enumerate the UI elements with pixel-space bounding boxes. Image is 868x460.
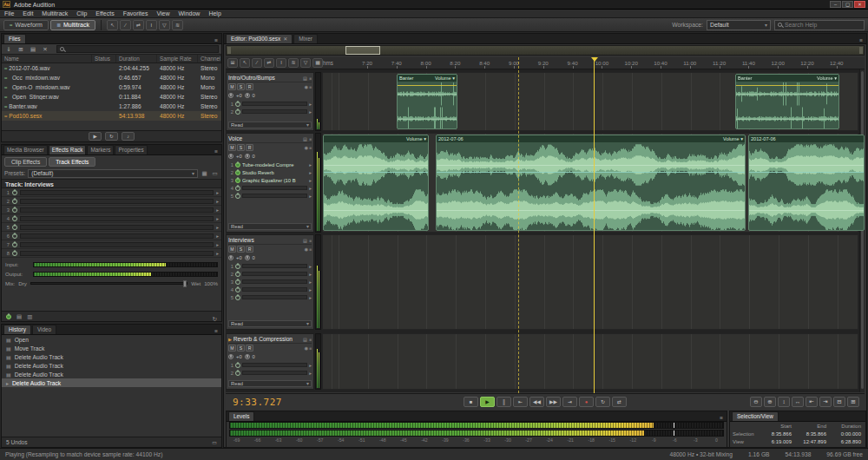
panel-menu-icon[interactable]: ≡ [214,148,220,154]
pan-knob[interactable] [245,154,250,159]
zoom-out-horizontal-button[interactable]: ⊖ [750,397,762,407]
snapping-icon[interactable]: ≋ [172,20,183,30]
volume-envelope-line[interactable] [398,85,457,86]
power-icon[interactable] [235,279,240,285]
volume-envelope-line[interactable] [437,172,745,173]
multitrack-view-button[interactable]: ≣Multitrack [50,20,95,30]
loop-playback-button[interactable]: ↻ [105,132,118,141]
track-effects-button[interactable]: Track Effects [49,157,95,167]
effect-slot-3[interactable]: 3▸ [2,206,221,214]
power-icon[interactable] [235,264,240,269]
help-search-input[interactable]: Search Help [774,20,865,30]
audio-clip[interactable]: 2012-07-06 [748,135,865,231]
power-icon[interactable] [12,225,17,230]
power-icon[interactable] [235,178,240,183]
panel-toggle-icon[interactable]: ▤ [303,76,307,81]
zoom-out-vertical-button[interactable]: ↕ [778,397,790,407]
power-icon[interactable] [235,162,240,168]
move-tool-icon[interactable]: ↖ [107,20,118,30]
clip-volume-label[interactable]: Volume ▾ [817,75,837,82]
arm-record-button[interactable]: R [246,144,253,151]
volume-envelope-line[interactable] [749,172,864,173]
panel-menu-icon[interactable]: ≡ [214,328,220,334]
panel-menu-icon[interactable]: ≡ [214,37,220,43]
zoom-in-horizontal-button[interactable]: ⊕ [764,397,776,407]
track-effect-slot[interactable]: 5▸ [228,192,312,200]
zoom-to-selection-button[interactable]: ⊟ [833,397,845,407]
track-menu-icon[interactable]: ≡ [309,136,312,141]
input-output-icon[interactable]: ◉ [304,345,308,351]
effect-slot-4[interactable]: 4▸ [2,214,221,223]
audio-clip[interactable]: BanterVolume ▾ [397,74,457,129]
clip-effects-button[interactable]: Clip Effects [4,157,47,167]
track-lane[interactable] [322,234,858,330]
rack-power-icon[interactable] [6,314,11,319]
power-icon[interactable] [12,190,17,195]
power-icon[interactable] [12,199,17,204]
marker-tool-icon[interactable]: ▽ [159,20,170,30]
stop-button[interactable]: ■ [464,397,478,407]
power-icon[interactable] [12,207,17,213]
skip-selection-button[interactable]: ⇄ [612,397,627,407]
mute-button[interactable]: M [228,246,236,253]
tab-files[interactable]: Files [3,34,26,43]
panel-toggle-icon[interactable]: ▤ [303,337,307,342]
new-item-icon[interactable]: ⊞ [16,46,25,53]
timeline-navigator[interactable] [226,45,865,56]
volume-envelope-line[interactable] [324,172,428,173]
track-settings-icon[interactable]: ≡ [309,345,312,351]
file-row[interactable]: ≈Pod100.sesx54:13.93848000 HzStereo [2,111,221,121]
move-tool-icon[interactable]: ↖ [240,58,250,68]
track-effect-slot[interactable]: 1▸ [228,361,312,369]
tab-properties[interactable]: Properties [115,145,147,154]
power-icon[interactable] [12,216,17,221]
waveform-view-button[interactable]: ≈Waveform [3,20,49,30]
power-icon[interactable] [235,102,240,107]
menu-file[interactable]: File [0,10,18,16]
track-effect-slot[interactable]: 1Tube-modeled Compre▸ [228,161,312,168]
power-icon[interactable] [235,363,240,368]
input-output-icon[interactable]: ◉ [304,145,308,150]
track-lane[interactable] [322,333,858,390]
zoom-full-button[interactable]: ↔ [792,397,804,407]
close-file-icon[interactable]: ✕ [41,46,49,53]
start-value[interactable]: 6:19.009 [760,439,794,444]
pan-knob[interactable] [245,255,250,260]
file-row[interactable]: ≈_Occ_mixdown.wav0:46.65748000 HzMono [2,73,221,82]
auto-play-button[interactable]: ♪ [122,132,135,141]
column-header-sample-rate[interactable]: Sample Rate [157,55,198,62]
pause-button[interactable]: ║ [496,397,511,407]
power-icon[interactable] [235,170,240,175]
tab-media-browser[interactable]: Media Browser [3,145,48,154]
track-menu-icon[interactable]: ≡ [309,238,312,243]
play-file-button[interactable]: ▶ [89,132,102,141]
power-icon[interactable] [235,371,240,376]
audio-clip[interactable]: 2012-07-06Volume ▾ [436,135,746,231]
open-file-icon[interactable]: ▤ [29,46,37,53]
razor-tool-icon[interactable]: ∕ [120,20,131,30]
tab-markers[interactable]: Markers [87,145,114,154]
tab-effects-rack[interactable]: Effects Rack [49,145,87,154]
end-value[interactable]: 12:47.899 [794,439,829,444]
effect-slot-5[interactable]: 5▸ [2,223,221,232]
automation-mode-dropdown[interactable]: Read▾ [228,380,312,387]
slot-insert[interactable] [20,207,214,213]
effect-slot-8[interactable]: 8▸ [2,249,221,258]
video-panel-icon[interactable]: ▦ [312,58,323,68]
volume-knob[interactable] [228,154,233,159]
track-settings-icon[interactable]: ≡ [309,145,312,150]
menu-help[interactable]: Help [204,10,225,16]
effect-slot-6[interactable]: 6▸ [2,232,221,240]
tab-mixer[interactable]: Mixer [293,34,318,43]
zoom-to-out-point-button[interactable]: ⇥ [819,397,832,407]
power-icon[interactable] [235,287,240,292]
history-item[interactable]: ▤Delete Audio Track [2,352,221,361]
track-effect-slot[interactable]: 2▸ [228,108,312,115]
zoom-to-in-point-button[interactable]: ⇤ [806,397,818,407]
column-header-status[interactable]: Status [92,55,116,62]
solo-button[interactable]: S [237,83,245,90]
trash-icon[interactable]: ▭ [212,439,217,445]
menu-favorites[interactable]: Favorites [119,10,153,16]
power-icon[interactable] [12,233,17,239]
maximize-button[interactable]: ▢ [842,1,853,8]
